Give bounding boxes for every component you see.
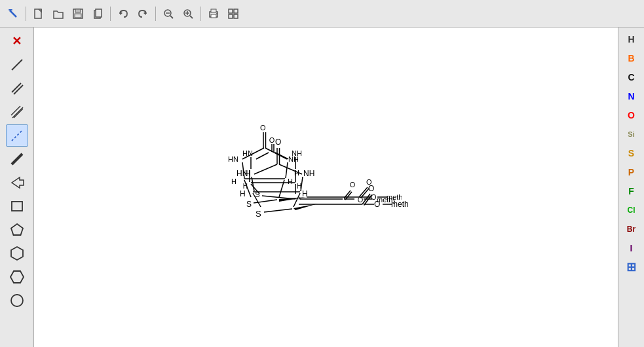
element-Br-btn[interactable]: Br xyxy=(620,220,643,238)
element-Si-btn[interactable]: Si xyxy=(620,125,643,143)
svg-line-12 xyxy=(170,16,173,18)
hexagon-btn[interactable] xyxy=(6,242,28,265)
svg-text:O: O xyxy=(260,124,266,132)
svg-rect-18 xyxy=(211,9,216,12)
right-element-panel: H B C N O Si S P F Cl Br I ⊞ xyxy=(618,27,644,347)
save-btn[interactable] xyxy=(69,5,87,23)
delete-tool-btn[interactable]: ✕ xyxy=(6,30,28,52)
select-tool-btn[interactable] xyxy=(4,5,22,23)
svg-text:H: H xyxy=(231,177,237,185)
triple-bond-btn[interactable] xyxy=(6,101,28,123)
svg-line-101 xyxy=(265,148,287,159)
element-P-btn[interactable]: P xyxy=(620,163,643,181)
main-area: ✕ xyxy=(0,27,644,347)
svg-text:HN: HN xyxy=(228,155,238,163)
sep2 xyxy=(110,7,111,21)
svg-text:NH: NH xyxy=(288,155,299,163)
svg-text:O: O xyxy=(371,193,377,201)
svg-rect-4 xyxy=(75,9,81,12)
svg-line-115 xyxy=(254,200,277,203)
svg-line-32 xyxy=(12,154,22,164)
element-I-btn[interactable]: I xyxy=(620,239,643,257)
svg-text:S: S xyxy=(246,200,252,209)
svg-rect-19 xyxy=(211,14,216,18)
svg-rect-1 xyxy=(9,9,12,10)
zoom-out-btn[interactable] xyxy=(159,5,178,23)
element-H-btn[interactable]: H xyxy=(620,30,643,48)
svg-text:methyl: methyl xyxy=(387,193,402,201)
svg-line-16 xyxy=(190,16,193,18)
svg-point-38 xyxy=(11,295,23,306)
element-C-btn[interactable]: C xyxy=(620,68,643,86)
element-N-btn[interactable]: N xyxy=(620,87,643,105)
svg-marker-33 xyxy=(12,177,24,188)
circle-btn[interactable] xyxy=(6,289,28,312)
element-Cl-btn[interactable]: Cl xyxy=(620,201,643,219)
svg-marker-36 xyxy=(11,247,23,260)
element-S-btn[interactable]: S xyxy=(620,144,643,162)
new-doc-btn[interactable] xyxy=(29,5,48,23)
svg-line-113 xyxy=(279,180,284,197)
periodic-table-btn[interactable]: ⊞ xyxy=(620,258,643,276)
print-btn[interactable] xyxy=(204,5,223,23)
redo-btn[interactable] xyxy=(134,5,152,23)
bold-bond-btn[interactable] xyxy=(6,148,28,170)
left-tool-panel: ✕ xyxy=(0,27,34,347)
svg-rect-34 xyxy=(12,202,22,211)
open-btn[interactable] xyxy=(49,5,67,23)
svg-line-28 xyxy=(11,106,20,115)
svg-line-100 xyxy=(242,148,264,159)
sep3 xyxy=(155,7,156,21)
dashed-bond-btn[interactable] xyxy=(6,124,28,147)
zoom-in-btn[interactable] xyxy=(179,5,197,23)
svg-rect-24 xyxy=(234,14,238,18)
svg-rect-21 xyxy=(229,9,233,13)
single-bond-btn[interactable] xyxy=(6,54,28,76)
double-bond-btn[interactable] xyxy=(6,77,28,100)
svg-rect-5 xyxy=(75,14,81,18)
svg-rect-23 xyxy=(229,14,233,18)
copy-btn[interactable] xyxy=(88,5,107,23)
svg-rect-7 xyxy=(96,9,102,17)
sep1 xyxy=(26,7,26,21)
rect-btn[interactable] xyxy=(6,195,28,217)
toolbar xyxy=(0,0,644,27)
undo-btn[interactable] xyxy=(114,5,132,23)
svg-marker-35 xyxy=(11,224,23,235)
svg-line-107 xyxy=(242,162,244,178)
pentagon-btn[interactable] xyxy=(6,219,28,241)
svg-marker-116 xyxy=(279,197,307,202)
element-F-btn[interactable]: F xyxy=(620,182,643,200)
svg-line-112 xyxy=(244,180,251,197)
mol-settings-btn[interactable] xyxy=(224,5,242,23)
arrow-btn[interactable] xyxy=(6,172,28,194)
svg-point-20 xyxy=(216,13,218,14)
svg-line-108 xyxy=(286,162,288,178)
biotin-structure: O HN NH H H S xyxy=(192,122,402,253)
svg-text:O: O xyxy=(366,178,372,186)
svg-marker-37 xyxy=(10,271,24,283)
canvas-area[interactable]: O HN NH H H S H H xyxy=(34,27,618,347)
hexagon2-btn[interactable] xyxy=(6,266,28,288)
svg-line-25 xyxy=(12,60,22,70)
element-B-btn[interactable]: B xyxy=(620,49,643,67)
svg-line-0 xyxy=(10,10,16,17)
svg-text:H: H xyxy=(288,177,293,185)
svg-line-29 xyxy=(14,109,23,118)
sep4 xyxy=(200,7,201,21)
svg-rect-22 xyxy=(234,9,238,13)
svg-line-31 xyxy=(12,130,22,141)
element-O-btn[interactable]: O xyxy=(620,106,643,124)
